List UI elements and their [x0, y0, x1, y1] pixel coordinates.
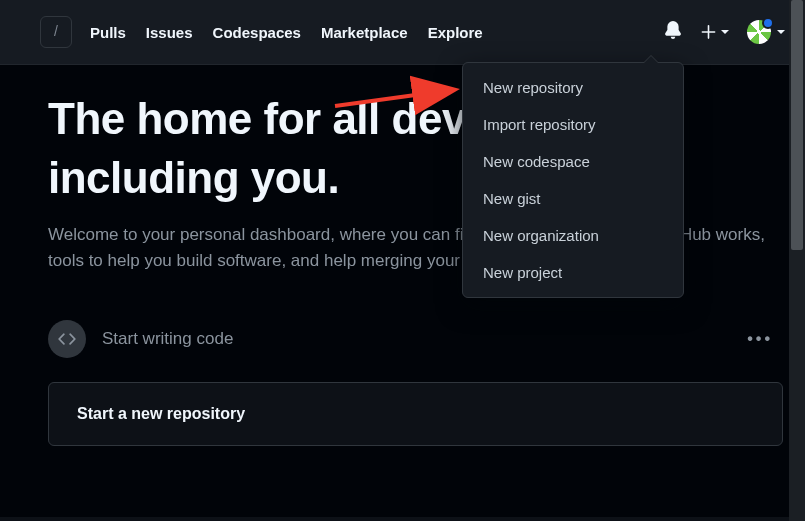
code-icon-badge [48, 320, 86, 358]
menu-new-project[interactable]: New project [463, 254, 683, 291]
create-new-dropdown: New repository Import repository New cod… [462, 62, 684, 298]
create-new-dropdown-trigger[interactable] [700, 24, 729, 41]
global-header: / Pulls Issues Codespaces Marketplace Ex… [0, 0, 805, 64]
caret-down-icon [721, 30, 729, 34]
hero-title-line2: including you. [48, 153, 339, 202]
primary-nav: Pulls Issues Codespaces Marketplace Expl… [90, 24, 483, 41]
menu-import-repository[interactable]: Import repository [463, 106, 683, 143]
card-title: Start a new repository [77, 405, 754, 423]
section-header-row: Start writing code ••• [48, 320, 783, 358]
search-jump-button[interactable]: / [40, 16, 72, 48]
slash-key-icon: / [54, 24, 58, 38]
menu-new-gist[interactable]: New gist [463, 180, 683, 217]
code-icon [58, 330, 76, 348]
header-actions [664, 20, 785, 44]
nav-codespaces[interactable]: Codespaces [213, 24, 301, 41]
menu-new-repository[interactable]: New repository [463, 69, 683, 106]
avatar [747, 20, 771, 44]
notifications-icon[interactable] [664, 21, 682, 43]
start-repo-card: Start a new repository [48, 382, 783, 446]
section-label: Start writing code [102, 329, 233, 349]
caret-down-icon [777, 30, 785, 34]
vertical-scrollbar[interactable] [789, 0, 805, 521]
menu-new-organization[interactable]: New organization [463, 217, 683, 254]
nav-marketplace[interactable]: Marketplace [321, 24, 408, 41]
menu-new-codespace[interactable]: New codespace [463, 143, 683, 180]
section-more-menu[interactable]: ••• [747, 330, 783, 348]
nav-issues[interactable]: Issues [146, 24, 193, 41]
nav-explore[interactable]: Explore [428, 24, 483, 41]
dashboard-content: The home for all developers — including … [0, 64, 805, 517]
nav-pulls[interactable]: Pulls [90, 24, 126, 41]
user-menu-trigger[interactable] [747, 20, 785, 44]
scrollbar-thumb[interactable] [791, 0, 803, 250]
plus-icon [700, 24, 717, 41]
unread-indicator-dot [762, 17, 774, 29]
